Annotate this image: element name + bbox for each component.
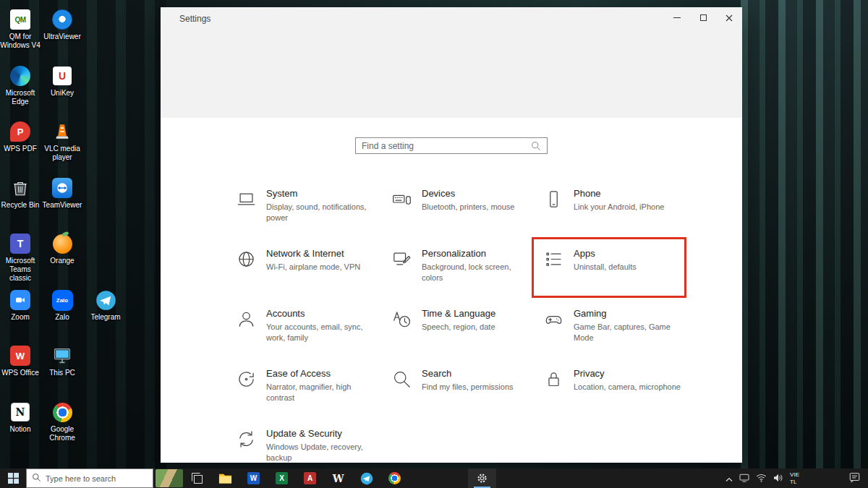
language-indicator[interactable]: VIE TL [790, 471, 799, 486]
close-button[interactable] [716, 7, 742, 28]
news-widget-thumbnail[interactable] [156, 469, 183, 487]
tray-volume-button[interactable] [773, 472, 783, 485]
desktop-icon-qm-for-windows[interactable]: QM QM for Windows V4 [0, 9, 43, 50]
category-name: Ease of Access [266, 368, 376, 379]
start-button[interactable] [0, 468, 26, 488]
tray-network-button[interactable] [756, 472, 767, 485]
update-icon [237, 429, 257, 449]
access-button[interactable]: A [296, 468, 324, 488]
qm-for-windows-icon: QM [10, 9, 30, 30]
category-name: Search [422, 368, 514, 379]
tray-display-button[interactable] [739, 472, 749, 485]
ease-icon [237, 369, 257, 389]
desktop-icon-vlc[interactable]: VLC media player [40, 121, 85, 162]
recycle-bin-icon [9, 177, 31, 199]
category-name: Time & Language [422, 308, 495, 319]
settings-category-search[interactable]: SearchFind my files, permissions [392, 368, 544, 428]
ultraviewer-icon [52, 9, 72, 30]
desktop-icon-label: QM for Windows V4 [0, 33, 43, 50]
maximize-icon [700, 14, 707, 21]
desktop-icon-label: Microsoft Teams classic [0, 257, 43, 283]
category-desc: Bluetooth, printers, mouse [422, 202, 514, 213]
desktop-icon-telegram[interactable]: Telegram [83, 289, 128, 322]
desktop-icon-this-pc[interactable]: This PC [40, 345, 85, 377]
vlc-icon [51, 121, 73, 142]
category-name: System [266, 188, 376, 199]
category-desc: Wi-Fi, airplane mode, VPN [266, 262, 360, 273]
access-icon: A [304, 472, 316, 484]
settings-category-devices[interactable]: DevicesBluetooth, printers, mouse [392, 188, 544, 248]
settings-category-system[interactable]: SystemDisplay, sound, notifications, pow… [237, 188, 392, 248]
settings-category-accounts[interactable]: AccountsYour accounts, email, sync, work… [237, 308, 392, 368]
settings-category-network[interactable]: Network & InternetWi-Fi, airplane mode, … [237, 248, 392, 308]
telegram-icon [360, 472, 373, 485]
desktop-icon-google-chrome[interactable]: Google Chrome [40, 401, 85, 442]
minimize-icon [673, 17, 681, 18]
category-name: Accounts [266, 308, 376, 319]
action-center-button[interactable] [848, 471, 861, 486]
close-icon [726, 14, 733, 22]
find-setting-input[interactable]: Find a setting [355, 137, 548, 154]
system-icon [237, 189, 257, 209]
desktop-icon-unikey[interactable]: U UniKey [40, 65, 85, 98]
excel-button[interactable]: X [268, 468, 296, 488]
maximize-button[interactable] [690, 7, 716, 28]
desktop-icon-microsoft-teams[interactable]: T Microsoft Teams classic [0, 233, 43, 283]
settings-category-apps[interactable]: AppsUninstall, defaults [544, 248, 703, 308]
network-icon [237, 249, 257, 269]
time-icon [392, 309, 412, 329]
settings-category-phone[interactable]: PhoneLink your Android, iPhone [544, 188, 703, 248]
find-setting-wrap: Find a setting [161, 137, 742, 154]
orange-icon [53, 234, 72, 254]
telegram-taskbar-button[interactable] [352, 468, 380, 488]
category-desc: Narrator, magnifier, high contrast [266, 382, 376, 404]
desktop-icon-label: Recycle Bin [0, 201, 43, 210]
teams-icon: T [10, 234, 30, 254]
category-desc: Your accounts, email, sync, work, family [266, 322, 376, 344]
desktop-icon-wps-pdf[interactable]: P WPS PDF [0, 121, 43, 153]
task-view-button[interactable] [183, 468, 211, 488]
desktop-icon-label: Telegram [83, 313, 128, 322]
gaming-icon [544, 309, 564, 329]
window-header [161, 7, 742, 118]
desktop-icon-label: Orange [40, 257, 85, 265]
settings-taskbar-button[interactable] [468, 468, 496, 488]
settings-category-ease[interactable]: Ease of AccessNarrator, magnifier, high … [237, 368, 392, 428]
desktop-icon-zoom[interactable]: Zoom [0, 289, 43, 322]
file-explorer-button[interactable] [211, 468, 239, 488]
desktop-icon-microsoft-edge[interactable]: Microsoft Edge [0, 65, 43, 106]
chrome-taskbar-button[interactable] [380, 468, 409, 488]
settings-category-personalization[interactable]: PersonalizationBackground, lock screen, … [392, 248, 544, 308]
category-desc: Speech, region, date [422, 322, 495, 333]
desktop-icon-teamviewer[interactable]: TeamViewer [40, 177, 85, 210]
desktop-icon-label: UltraViewer [40, 33, 85, 41]
window-controls [664, 7, 742, 28]
category-desc: Display, sound, notifications, power [266, 202, 376, 224]
taskbar-search-input[interactable]: Type here to search [26, 468, 153, 488]
desktop-icon-zalo[interactable]: Zalo Zalo [40, 289, 85, 322]
settings-category-privacy[interactable]: PrivacyLocation, camera, microphone [544, 368, 703, 428]
monitor-icon [739, 474, 749, 482]
minimize-button[interactable] [664, 7, 690, 28]
settings-category-time[interactable]: Time & LanguageSpeech, region, date [392, 308, 544, 368]
accounts-icon [237, 309, 257, 329]
language-line2: TL [790, 479, 799, 486]
category-name: Personalization [422, 248, 532, 259]
desktop-icon-ultraviewer[interactable]: UltraViewer [40, 9, 85, 41]
personalization-icon [392, 249, 412, 269]
category-name: Update & Security [266, 428, 376, 439]
desktop-icon-notion[interactable]: N Notion [0, 401, 43, 434]
tray-expand-button[interactable] [726, 472, 733, 485]
settings-category-gaming[interactable]: GamingGame Bar, captures, Game Mode [544, 308, 703, 368]
desktop-icon-recycle-bin[interactable]: Recycle Bin [0, 177, 43, 210]
desktop-icon-orange[interactable]: Orange [40, 233, 85, 265]
task-view-icon [191, 472, 203, 484]
word-button[interactable]: W [239, 468, 268, 488]
desktop-icon-wps-office[interactable]: W WPS Office [0, 345, 43, 377]
desktop-icon-label: Google Chrome [40, 425, 85, 442]
category-name: Privacy [574, 368, 681, 379]
wikipedia-button[interactable]: W [324, 468, 352, 488]
chrome-icon [388, 472, 401, 484]
zalo-icon: Zalo [52, 290, 73, 311]
category-desc: Location, camera, microphone [574, 382, 681, 393]
